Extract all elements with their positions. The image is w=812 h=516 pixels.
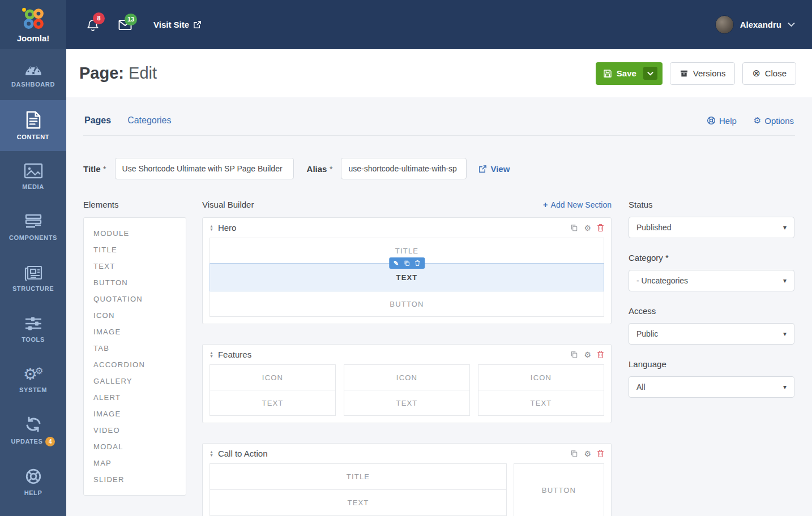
- visit-site-link[interactable]: Visit Site: [153, 20, 202, 29]
- feature-text-cell[interactable]: TEXT: [344, 390, 470, 416]
- view-link[interactable]: View: [478, 164, 510, 174]
- cta-text-cell[interactable]: TEXT: [210, 489, 507, 516]
- section-settings-icon[interactable]: ⚙: [584, 224, 591, 232]
- sidebar-item-label: CONTENT: [17, 134, 49, 140]
- language-select[interactable]: All ▾: [629, 376, 794, 398]
- sidebar-item-dashboard[interactable]: DASHBOARD: [0, 49, 66, 100]
- sidebar-item-media[interactable]: MEDIA: [0, 151, 66, 202]
- versions-button[interactable]: Versions: [670, 62, 736, 85]
- element-module[interactable]: MODULE: [84, 225, 186, 242]
- delete-section-icon[interactable]: [597, 223, 604, 232]
- hero-button-cell[interactable]: BUTTON: [210, 291, 604, 317]
- joomla-logo[interactable]: Joomla!: [0, 0, 66, 49]
- sidebar-item-updates[interactable]: UPDATES 4: [0, 406, 66, 457]
- element-quotation[interactable]: QUOTATION: [84, 291, 186, 307]
- section-settings-icon[interactable]: ⚙: [584, 450, 591, 458]
- notifications-badge: 8: [93, 12, 105, 24]
- delete-element-icon[interactable]: [414, 260, 420, 266]
- drag-handle-icon[interactable]: ▲▼: [210, 450, 213, 457]
- help-link[interactable]: Help: [707, 116, 737, 126]
- add-new-section-button[interactable]: + Add New Section: [543, 200, 612, 209]
- components-icon: [24, 214, 43, 230]
- dashboard-icon: [24, 62, 43, 76]
- status-select[interactable]: Published ▾: [629, 217, 794, 238]
- alias-input[interactable]: [341, 158, 467, 179]
- options-link[interactable]: ⚙ Options: [754, 115, 794, 126]
- features-column-2: ICON TEXT: [344, 364, 470, 416]
- delete-section-icon[interactable]: [597, 350, 604, 359]
- feature-text-cell[interactable]: TEXT: [210, 390, 336, 416]
- section-settings-icon[interactable]: ⚙: [584, 351, 591, 359]
- element-text[interactable]: TEXT: [84, 258, 186, 274]
- cta-title-cell[interactable]: TITLE: [210, 463, 507, 490]
- features-column-1: ICON TEXT: [210, 364, 336, 416]
- tab-categories[interactable]: Categories: [127, 115, 171, 126]
- feature-text-cell[interactable]: TEXT: [478, 390, 604, 416]
- element-modal[interactable]: MODAL: [84, 438, 186, 455]
- element-image-2[interactable]: IMAGE: [84, 406, 186, 422]
- notifications-button[interactable]: 8: [87, 18, 99, 32]
- section-name: Hero: [218, 223, 237, 233]
- title-input[interactable]: [115, 158, 294, 179]
- sidebar-item-structure[interactable]: STRUCTURE: [0, 253, 66, 304]
- element-button[interactable]: BUTTON: [84, 274, 186, 291]
- duplicate-element-icon[interactable]: [404, 260, 410, 266]
- external-link-icon: [193, 20, 202, 29]
- element-map[interactable]: MAP: [84, 455, 186, 471]
- avatar: [715, 15, 734, 34]
- element-image[interactable]: IMAGE: [84, 324, 186, 340]
- sidebar-item-label: STRUCTURE: [12, 285, 54, 292]
- element-accordion[interactable]: ACCORDION: [84, 356, 186, 373]
- element-icon[interactable]: ICON: [84, 307, 186, 324]
- category-select[interactable]: - Uncategories ▾: [629, 270, 794, 291]
- sidebar-item-content[interactable]: CONTENT: [0, 100, 66, 151]
- structure-icon: [24, 265, 43, 281]
- cta-button-cell[interactable]: BUTTON: [514, 463, 604, 516]
- hero-text-cell[interactable]: ✎ TEXT: [210, 263, 604, 291]
- sidebar-item-label: SYSTEM: [19, 386, 47, 393]
- close-button[interactable]: ⊗ Close: [742, 62, 796, 85]
- section-call-to-action: ▲▼ Call to Action ⚙: [202, 443, 612, 516]
- user-menu[interactable]: Alexandru: [715, 15, 795, 34]
- edit-element-icon[interactable]: ✎: [394, 260, 399, 266]
- element-gallery[interactable]: GALLERY: [84, 373, 186, 389]
- sidebar-item-components[interactable]: COMPONENTS: [0, 202, 66, 253]
- caret-down-icon: ▾: [783, 277, 787, 285]
- element-video[interactable]: VIDEO: [84, 422, 186, 438]
- section-features: ▲▼ Features ⚙: [202, 344, 612, 423]
- element-title[interactable]: TITLE: [84, 242, 186, 258]
- title-alias-row: Title * Alias * View: [83, 158, 795, 179]
- messages-button[interactable]: 13: [118, 19, 132, 31]
- gear-icon: ⚙: [754, 115, 761, 126]
- cta-right-column: BUTTON: [514, 463, 604, 516]
- feature-icon-cell[interactable]: ICON: [344, 364, 470, 390]
- sidebar: Joomla! DASHBOARD CONTENT: [0, 0, 66, 516]
- delete-section-icon[interactable]: [597, 449, 604, 458]
- title-label: Title *: [83, 164, 106, 174]
- save-button[interactable]: Save: [596, 62, 663, 85]
- duplicate-section-icon[interactable]: [570, 223, 578, 232]
- element-slider[interactable]: SLIDER: [84, 471, 186, 488]
- joomla-logo-icon: [19, 6, 48, 31]
- tools-icon: [24, 316, 42, 332]
- feature-icon-cell[interactable]: ICON: [210, 364, 336, 390]
- sidebar-item-help[interactable]: HELP: [0, 457, 66, 508]
- drag-handle-icon[interactable]: ▲▼: [210, 225, 213, 231]
- duplicate-section-icon[interactable]: [570, 449, 578, 458]
- caret-down-icon: ▾: [783, 330, 787, 338]
- duplicate-section-icon[interactable]: [570, 350, 578, 359]
- access-select[interactable]: Public ▾: [629, 323, 794, 345]
- sidebar-item-tools[interactable]: TOOLS: [0, 304, 66, 355]
- element-tab[interactable]: TAB: [84, 340, 186, 356]
- element-alert[interactable]: ALERT: [84, 389, 186, 406]
- save-options-toggle[interactable]: [643, 67, 657, 80]
- help-ring-icon: [707, 116, 716, 125]
- versions-icon: [679, 69, 689, 78]
- sidebar-item-system[interactable]: ⚙ ⚙ SYSTEM: [0, 355, 66, 406]
- feature-icon-cell[interactable]: ICON: [478, 364, 604, 390]
- content-icon: [25, 111, 42, 129]
- elements-panel: MODULE TITLE TEXT BUTTON QUOTATION ICON …: [83, 217, 186, 496]
- brand-name: Joomla!: [17, 33, 50, 43]
- drag-handle-icon[interactable]: ▲▼: [210, 351, 213, 358]
- tab-pages[interactable]: Pages: [84, 115, 111, 126]
